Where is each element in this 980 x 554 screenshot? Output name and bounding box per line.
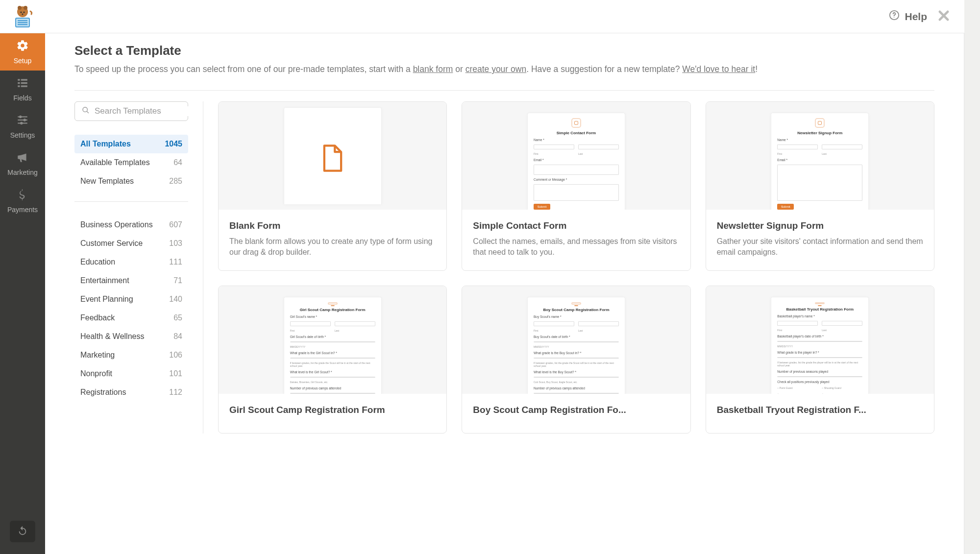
category-count: 103	[169, 239, 182, 248]
filters-panel: All Templates1045Available Templates64Ne…	[74, 101, 188, 434]
content-scroll[interactable]: Select a Template To speed up the proces…	[45, 33, 964, 554]
category-count: 285	[169, 177, 182, 186]
divider	[74, 90, 934, 91]
template-title: Simple Contact Form	[473, 220, 679, 231]
category-count: 112	[169, 388, 182, 397]
category-label: Available Templates	[80, 158, 150, 167]
category-count: 607	[169, 220, 182, 229]
svg-point-23	[894, 17, 894, 18]
template-card[interactable]: Boy Scout Camp Registration FormBoy Scou…	[462, 286, 690, 434]
template-preview: Girl Scout Camp Registration FormGirl Sc…	[219, 286, 446, 394]
category-item[interactable]: New Templates285	[74, 172, 188, 191]
bullhorn-icon	[15, 151, 30, 166]
create-own-link[interactable]: create your own	[466, 64, 527, 74]
help-button[interactable]: Help	[889, 10, 927, 23]
category-item[interactable]: Education111	[74, 253, 188, 271]
template-desc: Collect the names, emails, and messages …	[473, 236, 679, 258]
category-count: 106	[169, 351, 182, 360]
category-filters: Business Operations607Customer Service10…	[74, 216, 188, 402]
template-preview	[219, 102, 446, 210]
template-title: Basketball Tryout Registration F...	[717, 405, 923, 415]
nav-label: Payments	[7, 206, 38, 214]
svg-point-8	[23, 11, 24, 13]
category-item[interactable]: Business Operations607	[74, 216, 188, 234]
search-box[interactable]	[74, 101, 188, 121]
template-grid: Blank FormThe blank form allows you to c…	[218, 101, 934, 434]
svg-point-19	[24, 119, 26, 121]
category-count: 140	[169, 295, 182, 304]
template-desc: The blank form allows you to create any …	[229, 236, 436, 258]
category-label: Entertainment	[80, 276, 129, 285]
page-subtitle: To speed up the process you can select f…	[74, 63, 934, 75]
nav-label: Settings	[10, 131, 35, 139]
undo-button[interactable]	[10, 521, 35, 542]
svg-point-21	[20, 122, 23, 124]
category-label: Education	[80, 258, 115, 266]
close-icon	[937, 16, 951, 24]
svg-rect-15	[21, 85, 27, 87]
template-grid-wrap: Blank FormThe blank form allows you to c…	[203, 101, 934, 434]
nav-settings[interactable]: Settings	[0, 108, 45, 145]
close-button[interactable]	[935, 7, 953, 26]
category-item[interactable]: Registrations112	[74, 383, 188, 402]
template-card[interactable]: Girl Scout Camp Registration FormGirl Sc…	[218, 286, 447, 434]
category-item[interactable]: Health & Wellness84	[74, 327, 188, 346]
template-desc: Gather your site visitors' contact infor…	[717, 236, 923, 258]
category-item[interactable]: Customer Service103	[74, 234, 188, 253]
category-item[interactable]: All Templates1045	[74, 135, 188, 153]
category-count: 101	[169, 369, 182, 378]
svg-rect-10	[18, 79, 20, 80]
category-label: Event Planning	[80, 295, 133, 304]
help-label: Help	[905, 11, 927, 23]
nav-label: Fields	[13, 94, 31, 102]
category-label: Nonprofit	[80, 369, 112, 378]
category-label: Business Operations	[80, 220, 153, 229]
template-card[interactable]: Simple Contact FormName *FirstLastEmail …	[462, 101, 690, 271]
svg-point-2	[24, 6, 27, 10]
feedback-link[interactable]: We'd love to hear it	[682, 64, 755, 74]
svg-rect-11	[21, 79, 27, 80]
template-title: Boy Scout Camp Registration Fo...	[473, 405, 679, 415]
template-card[interactable]: Blank FormThe blank form allows you to c…	[218, 101, 447, 271]
nav-marketing[interactable]: Marketing	[0, 145, 45, 182]
svg-rect-12	[18, 82, 20, 84]
nav-fields[interactable]: Fields	[0, 71, 45, 108]
category-label: New Templates	[80, 177, 134, 186]
svg-rect-14	[18, 85, 20, 87]
app-logo[interactable]	[0, 0, 45, 33]
nav-payments[interactable]: Payments	[0, 182, 45, 219]
svg-rect-5	[18, 22, 27, 23]
category-item[interactable]: Event Planning140	[74, 290, 188, 309]
template-preview: Boy Scout Camp Registration FormBoy Scou…	[462, 286, 690, 394]
blank-form-link[interactable]: blank form	[413, 64, 453, 74]
template-card[interactable]: Newsletter Signup FormName *FirstLastEma…	[706, 101, 934, 271]
template-preview: Basketball Tryout Registration FormBaske…	[706, 286, 934, 394]
main-sidebar: Setup Fields Settings Marketing Payments	[0, 0, 45, 554]
search-icon	[82, 106, 90, 116]
nav-setup[interactable]: Setup	[0, 33, 45, 71]
category-label: All Templates	[80, 140, 131, 148]
template-card[interactable]: Basketball Tryout Registration FormBaske…	[706, 286, 934, 434]
category-item[interactable]: Marketing106	[74, 346, 188, 364]
top-filters: All Templates1045Available Templates64Ne…	[74, 135, 188, 191]
category-label: Feedback	[80, 313, 115, 322]
category-count: 111	[169, 258, 182, 266]
category-item[interactable]: Nonprofit101	[74, 364, 188, 383]
svg-rect-4	[18, 20, 27, 21]
svg-point-7	[20, 11, 22, 13]
category-count: 1045	[165, 140, 182, 148]
help-icon	[889, 10, 900, 23]
category-item[interactable]: Entertainment71	[74, 271, 188, 290]
template-title: Blank Form	[229, 220, 436, 231]
undo-icon	[17, 525, 28, 538]
right-gutter	[964, 0, 980, 554]
divider	[74, 201, 188, 202]
svg-point-17	[19, 116, 22, 118]
category-count: 84	[173, 332, 182, 341]
search-input[interactable]	[95, 106, 198, 116]
nav-label: Marketing	[7, 169, 37, 176]
template-title: Newsletter Signup Form	[717, 220, 923, 231]
category-item[interactable]: Available Templates64	[74, 153, 188, 172]
category-item[interactable]: Feedback65	[74, 309, 188, 327]
nav-label: Setup	[14, 57, 32, 65]
